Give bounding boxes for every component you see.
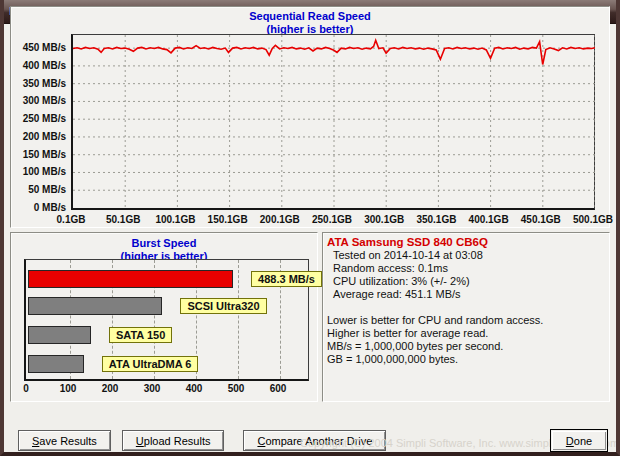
y-tick-label: 100 MB/s [11, 166, 66, 177]
drive-stat-line: Tested on 2014-10-14 at 03:08 [323, 249, 609, 262]
burst-tick-label: 300 [137, 383, 167, 394]
burst-tick-label: 100 [53, 383, 83, 394]
y-tick-label: 200 MB/s [11, 131, 66, 142]
y-tick-label: 150 MB/s [11, 149, 66, 160]
burst-chart-title: Burst Speed [11, 237, 317, 250]
x-tick-label: 250.1GB [302, 214, 362, 225]
burst-tick-label: 400 [179, 383, 209, 394]
burst-speed-plot: 488.3 MB/sSCSI Ultra320SATA 150ATA Ultra… [24, 259, 309, 381]
burst-bar-label: SATA 150 [109, 327, 172, 343]
sequential-read-plot [71, 34, 595, 210]
x-tick-label: 300.1GB [354, 214, 414, 225]
drive-stat-line: CPU utilization: 3% (+/- 2%) [323, 275, 609, 288]
y-tick-label: 0 MB/s [11, 202, 66, 213]
drive-stats: Tested on 2014-10-14 at 03:08Random acce… [323, 249, 609, 301]
sequential-read-svg [73, 35, 595, 208]
x-tick-label: 150.1GB [198, 214, 258, 225]
save-results-button[interactable]: Save Results [18, 430, 111, 451]
drive-note-line: MB/s = 1,000,000 bytes per second. [323, 340, 609, 353]
y-tick-label: 400 MB/s [11, 60, 66, 71]
x-tick-label: 50.1GB [93, 214, 153, 225]
burst-tick-label: 200 [95, 383, 125, 394]
burst-bar-label: ATA UltraDMA 6 [102, 356, 199, 372]
burst-bar [28, 355, 84, 373]
x-tick-label: 0.1GB [41, 214, 101, 225]
burst-bar-label: SCSI Ultra320 [180, 298, 266, 314]
burst-bar [28, 270, 233, 288]
drive-info-panel: ATA Samsung SSD 840 CB6Q Tested on 2014-… [322, 232, 610, 402]
y-tick-label: 350 MB/s [11, 78, 66, 89]
x-tick-label: 500.1GB [563, 214, 620, 225]
x-tick-label: 400.1GB [459, 214, 519, 225]
burst-speed-panel: Burst Speed (higher is better) 488.3 MB/… [10, 232, 318, 402]
x-tick-label: 350.1GB [406, 214, 466, 225]
sequential-read-panel: Sequential Read Speed (higher is better)… [10, 6, 610, 228]
y-tick-label: 250 MB/s [11, 113, 66, 124]
hd-tach-window: HD Tach version 3.0.4.0 - For non-commer… [0, 0, 620, 456]
drive-note-line: Higher is better for average read. [323, 327, 609, 340]
upload-results-button[interactable]: Upload Results [122, 430, 225, 451]
burst-bar [28, 297, 162, 315]
x-tick-label: 450.1GB [511, 214, 571, 225]
done-button[interactable]: Done [550, 429, 608, 452]
y-tick-label: 450 MB/s [11, 42, 66, 53]
drive-notes: Lower is better for CPU and random acces… [323, 314, 609, 366]
v-gridline [238, 260, 239, 379]
drive-note-line: Lower is better for CPU and random acces… [323, 314, 609, 327]
burst-tick-label: 500 [221, 383, 251, 394]
x-tick-label: 100.1GB [145, 214, 205, 225]
x-tick-label: 200.1GB [250, 214, 310, 225]
drive-stat-line: Random access: 0.1ms [323, 262, 609, 275]
drive-note-line: GB = 1,000,000,000 bytes. [323, 353, 609, 366]
burst-tick-label: 0 [11, 383, 41, 394]
drive-stat-line: Average read: 451.1 MB/s [323, 288, 609, 301]
burst-bar [28, 326, 91, 344]
burst-bar-label: 488.3 MB/s [251, 271, 322, 287]
y-tick-label: 50 MB/s [11, 184, 66, 195]
drive-name: ATA Samsung SSD 840 CB6Q [323, 233, 609, 249]
sequential-chart-title: Sequential Read Speed [11, 10, 609, 23]
y-tick-label: 300 MB/s [11, 95, 66, 106]
burst-tick-label: 600 [263, 383, 293, 394]
